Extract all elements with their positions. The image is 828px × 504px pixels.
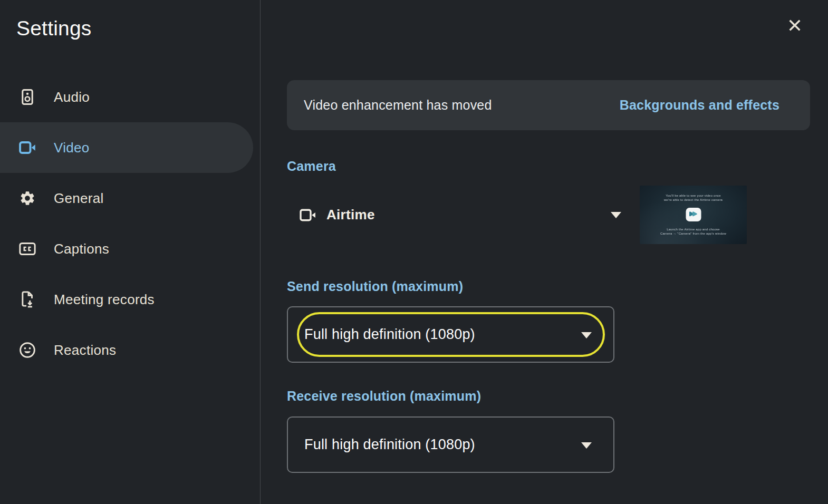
sidebar-item-audio[interactable]: Audio: [0, 72, 253, 122]
page-title: Settings: [16, 17, 92, 40]
file-download-icon: [19, 291, 36, 308]
receive-resolution-label: Receive resolution (maximum): [287, 389, 481, 404]
sidebar-item-reactions[interactable]: Reactions: [0, 325, 253, 375]
gear-icon: [19, 190, 36, 207]
sidebar-item-captions[interactable]: Captions: [0, 224, 253, 274]
sidebar-item-label: Captions: [54, 241, 109, 257]
camera-section-label: Camera: [287, 159, 336, 174]
send-resolution-label: Send resolution (maximum): [287, 279, 463, 294]
sidebar-item-video[interactable]: Video: [0, 122, 253, 173]
speaker-icon: [19, 89, 36, 105]
close-button[interactable]: [786, 16, 804, 34]
preview-caption-top: You'll be able to see your video once we…: [640, 194, 747, 202]
backgrounds-and-effects-link[interactable]: Backgrounds and effects: [620, 98, 779, 113]
camera-device-select[interactable]: Airtime: [287, 200, 624, 229]
chevron-down-icon: [611, 212, 621, 218]
send-resolution-value: Full high definition (1080p): [304, 326, 475, 343]
smiley-icon: [19, 342, 36, 358]
sidebar-item-label: Meeting records: [54, 292, 155, 308]
video-enhancement-banner: Video enhancement has moved Backgrounds …: [287, 80, 810, 130]
sidebar-item-label: Reactions: [54, 342, 116, 358]
sidebar-item-label: Audio: [54, 89, 90, 105]
sidebar-item-general[interactable]: General: [0, 173, 253, 224]
receive-resolution-select[interactable]: Full high definition (1080p): [287, 416, 614, 473]
sidebar-item-meeting-records[interactable]: Meeting records: [0, 274, 253, 325]
close-icon: [786, 17, 803, 34]
preview-caption-bottom: Launch the Airtime app and choose Camera…: [640, 228, 747, 236]
chevron-down-icon: [581, 332, 592, 338]
camera-device-value: Airtime: [326, 207, 375, 223]
video-settings-panel: Video enhancement has moved Backgrounds …: [261, 0, 828, 504]
camera-preview-thumbnail: You'll be able to see your video once we…: [640, 186, 747, 244]
send-resolution-select[interactable]: Full high definition (1080p): [287, 306, 614, 363]
receive-resolution-value: Full high definition (1080p): [304, 437, 475, 453]
airtime-logo-icon: [686, 207, 701, 221]
videocam-icon: [300, 207, 316, 223]
videocam-icon: [19, 139, 36, 156]
closed-captions-icon: [19, 240, 36, 257]
sidebar-item-label: Video: [54, 140, 90, 156]
sidebar-item-label: General: [54, 190, 104, 207]
settings-dialog: Settings Audio: [0, 0, 828, 504]
chevron-down-icon: [581, 442, 592, 449]
banner-message: Video enhancement has moved: [304, 98, 492, 113]
settings-sidebar: Settings Audio: [0, 0, 261, 504]
